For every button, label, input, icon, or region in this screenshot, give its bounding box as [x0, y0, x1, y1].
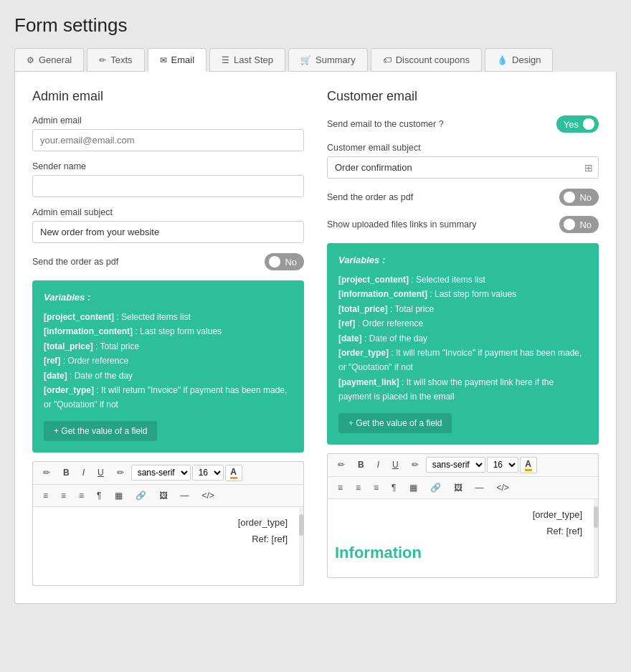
sender-name-input[interactable] [32, 175, 304, 197]
admin-var-3: [ref] : Order reference [44, 354, 293, 368]
cust-var-6: [payment_link] : It will show the paymen… [338, 375, 587, 404]
toggle-pdf-value: No [579, 192, 592, 203]
toggle-files-value: No [579, 219, 592, 230]
email-icon: ✉ [160, 55, 167, 65]
tab-general-label: General [39, 55, 72, 65]
toolbar-link-btn[interactable]: 🔗 [130, 488, 152, 503]
cust-toolbar-paragraph-btn[interactable]: ¶ [386, 480, 402, 496]
tab-summary[interactable]: 🛒 Summary [288, 48, 368, 72]
cust-var-5: [order_type] : It will return "Invoice" … [338, 346, 587, 375]
cust-var-3: [ref] : Order reference [338, 316, 587, 331]
toolbar-align-center-btn[interactable]: ≡ [55, 488, 72, 503]
customer-files-label: Show uploaded files links in summary [327, 219, 552, 229]
customer-subject-input-wrap: ⊞ [327, 156, 599, 179]
tab-email-label: Email [171, 55, 195, 65]
cust-toolbar-brush-btn[interactable]: ✏ [406, 457, 424, 473]
toolbar-size-select[interactable]: 16 [192, 465, 224, 481]
toolbar-font-select[interactable]: sans-serif [131, 465, 191, 481]
cust-var-4: [date] : Date of the day [338, 331, 587, 346]
droplet-icon: 💧 [497, 55, 508, 65]
cust-toolbar-underline-btn[interactable]: U [386, 457, 404, 473]
cust-toolbar-image-btn[interactable]: 🖼 [448, 480, 468, 496]
admin-email-input[interactable] [32, 129, 304, 151]
admin-subject-input[interactable] [32, 221, 304, 243]
admin-pdf-toggle[interactable]: No [265, 253, 304, 270]
cust-toolbar-pencil-btn[interactable]: ✏ [332, 457, 351, 473]
toolbar-table-btn[interactable]: ▦ [109, 488, 128, 503]
toolbar-italic-btn[interactable]: I [77, 465, 90, 481]
toolbar-image-btn[interactable]: 🖼 [153, 488, 174, 503]
tab-email[interactable]: ✉ Email [148, 48, 207, 72]
customer-variables-list: [project_content] : Selected items list … [338, 273, 587, 404]
customer-pdf-toggle[interactable]: No [559, 189, 599, 206]
customer-pdf-label: Send the order as pdf [327, 192, 552, 202]
toolbar-source-btn[interactable]: </> [196, 488, 220, 503]
sender-name-label: Sender name [32, 161, 304, 171]
tab-texts-label: Texts [110, 55, 132, 65]
admin-get-field-button[interactable]: + Get the value of a field [44, 421, 157, 441]
toolbar-brush-btn[interactable]: ✏ [111, 465, 130, 481]
tab-design[interactable]: 💧 Design [485, 48, 553, 72]
toolbar-align-left-btn[interactable]: ≡ [37, 488, 54, 503]
admin-var-2: [total_price] : Total price [44, 339, 293, 354]
toolbar-bold-btn[interactable]: B [57, 465, 75, 481]
cust-var-0: [project_content] : Selected items list [338, 273, 587, 287]
toolbar-align-right-btn[interactable]: ≡ [73, 488, 90, 503]
tab-laststep-label: Last Step [234, 55, 273, 65]
toolbar-underline-btn[interactable]: U [92, 465, 110, 481]
cust-toolbar-table-btn[interactable]: ▦ [404, 480, 423, 496]
cust-toolbar-italic-btn[interactable]: I [371, 457, 385, 473]
admin-email-title: Admin email [32, 89, 304, 104]
toggle-circle [269, 256, 280, 268]
cust-toolbar-link-btn[interactable]: 🔗 [424, 480, 447, 496]
cust-toolbar-source-btn[interactable]: </> [491, 480, 515, 496]
cust-toolbar-align-right-btn[interactable]: ≡ [368, 480, 384, 496]
customer-subject-input[interactable] [327, 156, 599, 179]
customer-pdf-toggle-row: Send the order as pdf No [327, 189, 599, 206]
admin-var-0: [project_content] : Selected items list [44, 310, 293, 324]
cust-var-2: [total_price] : Total price [338, 302, 587, 316]
admin-editor-content[interactable]: [order_type] Ref: [ref] [32, 507, 304, 586]
tab-laststep[interactable]: ☰ Last Step [209, 48, 285, 72]
toolbar-pencil-btn[interactable]: ✏ [37, 465, 56, 481]
cust-toolbar-bold-btn[interactable]: B [352, 457, 370, 473]
toggle-value-on: Yes [564, 119, 579, 130]
cust-toolbar-align-center-btn[interactable]: ≡ [350, 480, 366, 496]
customer-editor-content[interactable]: [order_type] Ref: [ref] Information [327, 499, 599, 578]
admin-var-5: [order_type] : It will return "Invoice" … [44, 383, 293, 412]
customer-files-toggle[interactable]: No [559, 216, 599, 233]
admin-email-label: Admin email [32, 115, 304, 126]
toggle-value: No [285, 257, 297, 268]
customer-toolbar-row-2: ≡ ≡ ≡ ¶ ▦ 🔗 🖼 — </> [328, 477, 598, 499]
customer-variables-title: Variables : [338, 255, 587, 265]
admin-email-section: Admin email Admin email Sender name Admi… [32, 89, 304, 586]
tabs-bar: ⚙ General ✏ Texts ✉ Email ☰ Last Step 🛒 … [14, 48, 617, 72]
tab-discount[interactable]: 🏷 Discount coupons [371, 48, 482, 72]
tab-texts[interactable]: ✏ Texts [87, 48, 144, 72]
admin-var-1: [information_content] : Last step form v… [44, 324, 293, 339]
admin-subject-label: Admin email subject [32, 207, 304, 217]
customer-send-toggle[interactable]: Yes [556, 115, 599, 133]
cust-toolbar-align-left-btn[interactable]: ≡ [332, 480, 348, 496]
tab-general[interactable]: ⚙ General [14, 48, 84, 72]
customer-get-field-button[interactable]: + Get the value of a field [338, 413, 452, 433]
page-title: Form settings [14, 14, 617, 37]
cust-toolbar-font-select[interactable]: sans-serif [426, 457, 485, 473]
toggle-circle-pdf [564, 191, 575, 203]
cart-icon: 🛒 [300, 55, 311, 65]
tab-design-label: Design [512, 55, 541, 65]
cust-toolbar-hr-btn[interactable]: — [470, 480, 490, 496]
expand-icon: ⊞ [584, 162, 593, 174]
toolbar-paragraph-btn[interactable]: ¶ [91, 488, 107, 503]
customer-editor-toolbar: ✏ B I U ✏ sans-serif 16 A [327, 453, 599, 499]
cust-toolbar-size-select[interactable]: 16 [487, 457, 518, 473]
toolbar-hr-btn[interactable]: — [175, 488, 195, 503]
cust-toolbar-color-btn[interactable]: A [520, 457, 537, 473]
sender-name-group: Sender name [32, 161, 304, 197]
admin-toolbar-row-2: ≡ ≡ ≡ ¶ ▦ 🔗 🖼 — </> [33, 485, 303, 507]
customer-send-toggle-row: Send email to the customer ? Yes [327, 115, 599, 133]
toolbar-color-btn[interactable]: A [225, 465, 242, 481]
customer-editor-order-type: [order_type] Ref: [ref] [335, 506, 591, 540]
cust-var-1: [information_content] : Last step form v… [338, 287, 587, 301]
gear-icon: ⚙ [27, 55, 34, 65]
